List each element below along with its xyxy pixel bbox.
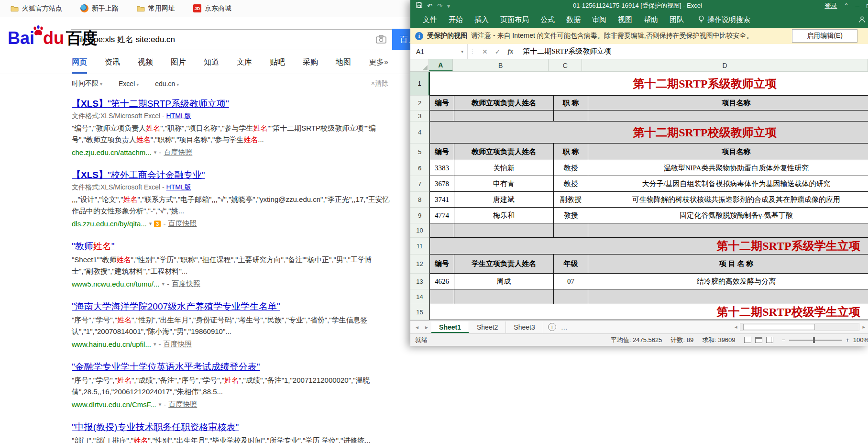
- sheet-tab-sheet3[interactable]: Sheet3: [506, 321, 543, 333]
- zoom-slider[interactable]: [789, 340, 842, 341]
- scrollbar-track[interactable]: [740, 323, 859, 331]
- row-header-2[interactable]: 2: [410, 96, 429, 111]
- sheet-tab-sheet1[interactable]: Sheet1: [431, 321, 469, 333]
- row-header-12[interactable]: 12: [410, 255, 429, 274]
- row-header-14[interactable]: 14: [410, 289, 429, 304]
- nav-tab-caigou[interactable]: 采购: [303, 57, 318, 74]
- result-title-link[interactable]: "申报(教授)专业技术职务任职资格审核表": [72, 421, 330, 433]
- insert-function-icon[interactable]: fx: [507, 48, 513, 55]
- cell[interactable]: 3383: [429, 160, 454, 176]
- save-icon[interactable]: [416, 2, 422, 10]
- cell[interactable]: [429, 289, 454, 304]
- cell[interactable]: 固定化谷氨酸脱羧酶制备γ-氨基丁酸: [588, 208, 868, 223]
- baidu-cache-link[interactable]: 百度快照: [168, 219, 197, 228]
- cell[interactable]: 申有青: [454, 176, 554, 192]
- name-box[interactable]: A1 ▾: [410, 44, 468, 59]
- cell[interactable]: 教授: [554, 160, 588, 176]
- ribbon-tab-review[interactable]: 审阅: [586, 15, 612, 24]
- result-title-link[interactable]: 【XLS】"第十二期SRTP系级教师立项": [72, 98, 330, 110]
- login-button[interactable]: 登录: [824, 1, 837, 10]
- merged-title-cell[interactable]: 第十二期SRTP校级学生立项: [429, 304, 868, 320]
- merged-title-cell[interactable]: 第十二期SRTP系级学生立项: [429, 238, 868, 255]
- html-version-link[interactable]: HTML版: [166, 112, 191, 120]
- chevron-down-icon[interactable]: ▾: [162, 281, 165, 287]
- ribbon-tab-page-layout[interactable]: 页面布局: [494, 15, 535, 24]
- bookmark-common-sites[interactable]: 常用网址: [137, 4, 175, 13]
- cell[interactable]: 07: [554, 274, 588, 289]
- ribbon-tab-insert[interactable]: 插入: [469, 15, 494, 24]
- search-input[interactable]: [71, 34, 370, 44]
- page-break-view-icon[interactable]: [766, 337, 773, 343]
- cell[interactable]: 大分子/基因自组装制备模拟病毒体作为基因输送载体的研究: [588, 176, 868, 192]
- new-sheet-icon[interactable]: +: [548, 323, 556, 331]
- select-all-corner[interactable]: [410, 59, 429, 71]
- cell[interactable]: 温敏型NIPA类共聚物协助蛋白质体外复性研究: [588, 160, 868, 176]
- bookmark-firefox-official[interactable]: 火狐官方站点: [11, 4, 62, 13]
- nav-tab-image[interactable]: 图片: [171, 57, 186, 74]
- baidu-cache-link[interactable]: 百度快照: [163, 340, 192, 349]
- chevron-down-icon[interactable]: ▾: [154, 149, 157, 155]
- filter-site[interactable]: edu.cn▾: [155, 80, 179, 88]
- html-version-link[interactable]: HTML版: [166, 183, 191, 191]
- camera-icon[interactable]: [370, 35, 392, 44]
- cell[interactable]: [454, 289, 554, 304]
- cell[interactable]: 结冷胶的高效发酵与分离: [588, 274, 868, 289]
- cell[interactable]: 职 称: [554, 144, 588, 160]
- row-header-5[interactable]: 5: [410, 144, 429, 160]
- undo-icon[interactable]: ↶: [427, 2, 432, 10]
- ribbon-tab-data[interactable]: 数据: [560, 15, 586, 24]
- row-header-1[interactable]: 1: [410, 72, 429, 96]
- bookmark-getting-started[interactable]: 新手上路: [80, 4, 119, 13]
- ribbon-tab-help[interactable]: 帮助: [638, 15, 664, 24]
- minimize-icon[interactable]: ─: [856, 2, 860, 9]
- nav-tab-news[interactable]: 资讯: [105, 57, 120, 74]
- scrollbar-thumb[interactable]: [743, 324, 815, 330]
- formula-bar-splitter[interactable]: ⋮: [468, 44, 477, 59]
- redo-icon[interactable]: ↷: [437, 2, 442, 10]
- cell[interactable]: 3741: [429, 192, 454, 208]
- row-header-7[interactable]: 7: [410, 176, 429, 192]
- cell[interactable]: 年级: [554, 255, 588, 274]
- enter-icon[interactable]: ✓: [495, 48, 501, 55]
- enable-editing-button[interactable]: 启用编辑(E): [792, 29, 857, 43]
- cell[interactable]: 编号: [429, 144, 454, 160]
- bookmark-jd[interactable]: JD 京东商城: [193, 4, 231, 13]
- ribbon-tab-team[interactable]: 团队: [664, 15, 690, 24]
- cell[interactable]: [454, 223, 554, 238]
- row-header-8[interactable]: 8: [410, 192, 429, 208]
- page-layout-view-icon[interactable]: [755, 337, 762, 343]
- filter-filetype[interactable]: Excel▾: [119, 80, 139, 88]
- maximize-icon[interactable]: ◻: [866, 2, 868, 9]
- cell[interactable]: 周成: [454, 274, 554, 289]
- merged-title-cell[interactable]: 第十二期SRTP系级教师立项: [429, 72, 868, 96]
- sheet-nav-left-icon[interactable]: ◂: [412, 324, 422, 331]
- cell[interactable]: 项目名称: [588, 96, 868, 111]
- tell-me-search[interactable]: 操作说明搜索: [698, 15, 750, 24]
- cell[interactable]: 可生物降解的树枝状核磁共振造影剂的合成及其在肿瘤成像的应用: [588, 192, 868, 208]
- nav-tab-video[interactable]: 视频: [138, 57, 153, 74]
- nav-tab-tieba[interactable]: 贴吧: [270, 57, 285, 74]
- formula-input[interactable]: 第十二期SRTP系级教师立项: [518, 44, 868, 59]
- cell[interactable]: 唐建斌: [454, 192, 554, 208]
- ribbon-tab-view[interactable]: 视图: [612, 15, 638, 24]
- cell[interactable]: 副教授: [554, 192, 588, 208]
- ribbon-tab-home[interactable]: 开始: [443, 15, 469, 24]
- cell[interactable]: 4774: [429, 208, 454, 223]
- ribbon-display-options-icon[interactable]: ⌃: [844, 2, 848, 9]
- chevron-down-icon[interactable]: ▾: [159, 401, 162, 408]
- chevron-down-icon[interactable]: ▾: [447, 2, 450, 10]
- scroll-right-icon[interactable]: ▸: [859, 324, 868, 330]
- cell[interactable]: 编号: [429, 96, 454, 111]
- filter-clear-button[interactable]: ×清除: [371, 79, 388, 88]
- cell[interactable]: 项 目 名 称: [588, 255, 868, 274]
- sheet-nav-right-icon[interactable]: ▸: [422, 324, 431, 331]
- cell[interactable]: [554, 111, 588, 122]
- cell[interactable]: 职 称: [554, 96, 588, 111]
- cell[interactable]: 教授: [554, 208, 588, 223]
- column-header-D[interactable]: D: [582, 59, 868, 71]
- zoom-in-icon[interactable]: +: [846, 336, 849, 343]
- share-button[interactable]: 共享: [859, 15, 868, 24]
- nav-tab-zhidao[interactable]: 知道: [204, 57, 219, 74]
- result-title-link[interactable]: "海南大学海洋学院2007级水产养殖学专业学生名单": [72, 300, 330, 312]
- baidu-cache-link[interactable]: 百度快照: [164, 148, 192, 157]
